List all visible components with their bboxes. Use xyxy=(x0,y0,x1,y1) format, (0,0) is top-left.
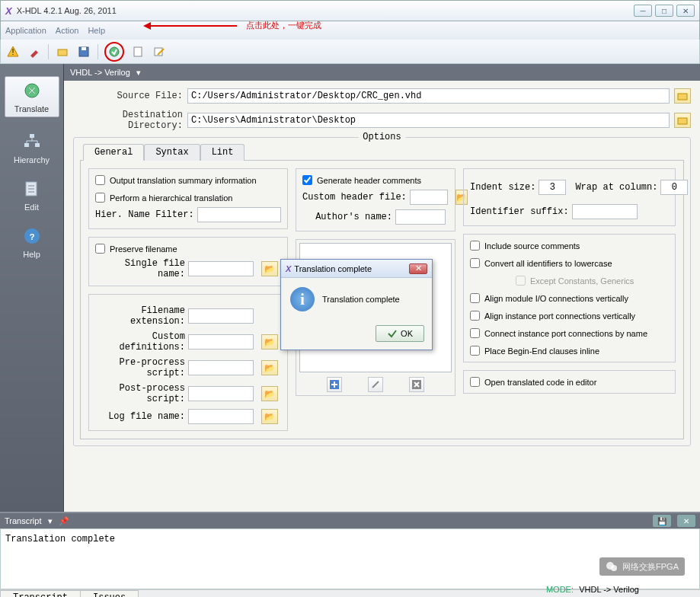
transcript-save-button[interactable]: 💾 xyxy=(653,515,671,527)
post-script-label: Post-process script: xyxy=(95,383,185,404)
sidebar-item-label: Hierarchy xyxy=(5,155,59,164)
sidebar-item-label: Translate xyxy=(5,104,59,113)
browse-pre-script-button[interactable]: 📂 xyxy=(261,360,278,375)
annotation-text: 点击此处，一键完成 xyxy=(246,20,321,31)
sidebar-item-edit[interactable]: Edit xyxy=(5,178,59,212)
sidebar-item-hierarchy[interactable]: Hierarchy xyxy=(5,131,59,164)
include-src-checkbox[interactable]: Include source comments xyxy=(470,241,669,251)
align-inst-checkbox[interactable]: Align instance port connections vertical… xyxy=(470,311,669,321)
transcript-close-button[interactable]: ✕ xyxy=(677,515,695,527)
transcript-title: Transcript xyxy=(5,516,42,525)
svg-text:?: ? xyxy=(29,232,34,241)
menubar: Application Action Help 点击此处，一键完成 xyxy=(0,21,700,40)
svg-rect-11 xyxy=(35,143,40,147)
dialog-title: Translation complete xyxy=(294,264,372,273)
custom-def-label: Custom definitions: xyxy=(95,331,185,353)
post-script-input[interactable] xyxy=(188,386,254,401)
menu-application[interactable]: Application xyxy=(5,26,46,35)
custom-header-input[interactable] xyxy=(410,190,448,205)
minimize-button[interactable]: ─ xyxy=(634,5,652,17)
dialog-ok-button[interactable]: OK xyxy=(376,325,424,342)
browse-custom-def-button[interactable]: 📂 xyxy=(261,334,278,350)
log-file-input[interactable] xyxy=(188,409,254,424)
author-label: Author's name: xyxy=(302,212,392,222)
svg-text:!: ! xyxy=(11,47,14,56)
transcript-body[interactable]: Translation complete xyxy=(0,528,700,589)
browse-single-file-button[interactable]: 📂 xyxy=(261,261,278,276)
tool-icon[interactable] xyxy=(27,44,42,59)
list-remove-button[interactable] xyxy=(409,377,424,392)
file-ext-label: Filename extension: xyxy=(95,305,185,327)
sidebar-item-label: Edit xyxy=(5,203,59,212)
list-add-button[interactable] xyxy=(327,377,342,392)
menu-help[interactable]: Help xyxy=(88,26,105,35)
menu-action[interactable]: Action xyxy=(56,26,79,35)
open-icon[interactable] xyxy=(55,44,70,59)
file-ext-input[interactable] xyxy=(188,308,254,324)
list-edit-button[interactable] xyxy=(368,377,383,392)
sidebar-item-translate[interactable]: Translate xyxy=(5,76,59,117)
options-legend: Options xyxy=(358,132,405,142)
pre-script-input[interactable] xyxy=(188,360,254,375)
dropdown-arrow-icon[interactable]: ▾ xyxy=(48,516,53,526)
document-icon[interactable] xyxy=(130,44,145,59)
dest-dir-input[interactable] xyxy=(187,113,670,128)
sidebar: Translate Hierarchy Edit ? Help xyxy=(0,64,64,512)
annotation-arrow-icon xyxy=(145,25,237,27)
dialog-close-button[interactable]: ✕ xyxy=(409,263,427,274)
dialog-logo-icon: X xyxy=(286,264,291,273)
mode-dropdown[interactable]: VHDL -> Verilog xyxy=(70,68,130,77)
edit-page-icon xyxy=(21,178,43,200)
dropdown-arrow-icon[interactable]: ▾ xyxy=(136,68,141,78)
perform-hier-checkbox[interactable]: Perform a hierarchical translation xyxy=(95,193,281,203)
gen-header-checkbox[interactable]: Generate header comments xyxy=(302,175,449,185)
tab-lint[interactable]: Lint xyxy=(200,144,245,161)
log-file-label: Log file name: xyxy=(95,411,185,422)
transcript-tab-transcript[interactable]: Transcript xyxy=(0,590,81,597)
output-summary-checkbox[interactable]: Output translation summary information xyxy=(95,175,281,185)
wechat-icon xyxy=(606,560,618,573)
hier-filter-input[interactable] xyxy=(197,207,281,222)
sidebar-item-help[interactable]: ? Help xyxy=(5,225,59,259)
custom-def-input[interactable] xyxy=(188,334,254,350)
check-icon xyxy=(387,328,398,339)
status-mode: MODE: VHDL -> Verilog xyxy=(546,585,639,595)
open-editor-checkbox[interactable]: Open translated code in editor xyxy=(470,377,669,387)
browse-post-script-button[interactable]: 📂 xyxy=(261,386,278,401)
begin-end-checkbox[interactable]: Place Begin-End clauses inline xyxy=(470,346,669,356)
align-io-checkbox[interactable]: Align module I/O connections vertically xyxy=(470,293,669,303)
hierarchy-icon xyxy=(21,131,43,152)
pin-icon[interactable]: 📌 xyxy=(59,516,69,526)
save-icon[interactable] xyxy=(76,44,91,59)
transcript-tab-issues[interactable]: Issues xyxy=(80,590,139,597)
connect-name-checkbox[interactable]: Connect instance port connections by nam… xyxy=(470,328,669,338)
pre-script-label: Pre-procress script: xyxy=(95,357,185,378)
svg-rect-2 xyxy=(58,49,67,56)
edit-icon[interactable] xyxy=(152,44,167,59)
toolbar: ! xyxy=(0,40,700,64)
translate-toolbar-button[interactable] xyxy=(104,42,124,62)
browse-source-button[interactable] xyxy=(674,88,691,104)
browse-log-file-button[interactable]: 📂 xyxy=(261,409,278,424)
wrap-spinner[interactable] xyxy=(660,180,688,195)
author-input[interactable] xyxy=(395,209,446,225)
tab-general[interactable]: General xyxy=(83,144,144,161)
convert-lower-checkbox[interactable]: Convert all identifiers to lowercase xyxy=(470,258,669,268)
single-file-input[interactable] xyxy=(188,261,254,276)
id-suffix-input[interactable] xyxy=(572,204,638,219)
maximize-button[interactable]: □ xyxy=(655,5,673,17)
info-icon: i xyxy=(290,287,315,311)
custom-header-label: Custom header file: xyxy=(302,192,407,203)
separator xyxy=(48,44,49,59)
indent-label: Indent size: xyxy=(470,182,535,193)
browse-dest-button[interactable] xyxy=(674,113,691,128)
source-file-input[interactable] xyxy=(187,88,670,104)
app-logo-icon: X xyxy=(5,5,12,17)
wrap-label: Wrap at column: xyxy=(575,182,657,193)
preserve-filename-checkbox[interactable]: Preserve filename xyxy=(95,244,281,254)
close-button[interactable]: ✕ xyxy=(676,5,695,17)
warning-icon[interactable]: ! xyxy=(5,44,21,59)
indent-spinner[interactable] xyxy=(539,180,566,195)
tab-syntax[interactable]: Syntax xyxy=(144,144,200,161)
annotation-callout: 点击此处，一键完成 xyxy=(145,20,321,31)
